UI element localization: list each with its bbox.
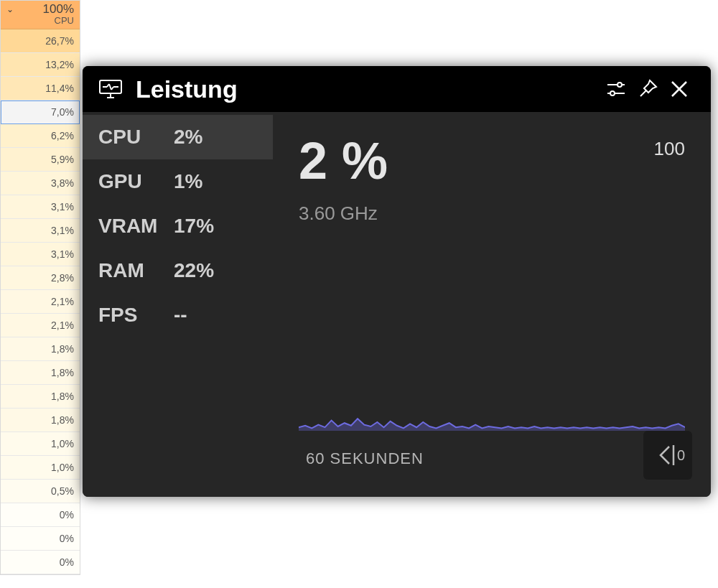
svg-point-11 bbox=[610, 91, 615, 95]
cpu-cell[interactable]: 1,0% bbox=[1, 432, 80, 456]
metric-value: 1% bbox=[174, 170, 202, 193]
x-axis-label: 60 SEKUNDEN bbox=[306, 449, 424, 468]
cpu-cell[interactable]: 1,8% bbox=[1, 409, 80, 432]
snap-right-button[interactable]: 0 bbox=[643, 431, 692, 480]
cpu-cell[interactable]: 13,2% bbox=[1, 53, 80, 77]
cpu-column-header[interactable]: ⌄ 100% CPU bbox=[1, 1, 80, 29]
cpu-cell[interactable]: 3,1% bbox=[1, 243, 80, 266]
cpu-cell[interactable]: 26,7% bbox=[1, 29, 80, 53]
monitor-icon bbox=[98, 78, 123, 100]
metric-name: FPS bbox=[98, 304, 174, 327]
settings-sliders-icon[interactable] bbox=[600, 73, 632, 105]
cpu-cell[interactable]: 3,1% bbox=[1, 219, 80, 243]
metric-value: -- bbox=[174, 304, 187, 327]
close-icon[interactable] bbox=[663, 73, 695, 105]
metric-sidebar: CPU2%GPU1%VRAM17%RAM22%FPS-- bbox=[83, 112, 273, 497]
cpu-cell[interactable]: 3,1% bbox=[1, 195, 80, 219]
cpu-frequency: 3.60 GHz bbox=[299, 202, 685, 225]
cpu-header-pct: 100% bbox=[43, 2, 74, 17]
overlay-main: 100 2 % 3.60 GHz 60 SEKUNDEN 0 bbox=[273, 112, 711, 497]
metric-name: RAM bbox=[98, 259, 174, 282]
cpu-cell[interactable]: 0% bbox=[1, 551, 80, 574]
cpu-cell[interactable]: 0% bbox=[1, 503, 80, 527]
y-max-label: 100 bbox=[654, 138, 685, 160]
cpu-cell[interactable]: 0,5% bbox=[1, 480, 80, 503]
cpu-cell[interactable]: 1,0% bbox=[1, 456, 80, 480]
svg-line-12 bbox=[640, 90, 646, 96]
snap-label: 0 bbox=[677, 447, 685, 464]
cpu-cell[interactable]: 2,1% bbox=[1, 314, 80, 337]
chevron-down-icon: ⌄ bbox=[6, 4, 14, 14]
cpu-cell[interactable]: 5,9% bbox=[1, 148, 80, 172]
cpu-cell[interactable]: 2,1% bbox=[1, 290, 80, 314]
metric-gpu[interactable]: GPU1% bbox=[83, 159, 273, 204]
svg-point-9 bbox=[617, 83, 622, 87]
svg-line-4 bbox=[111, 87, 113, 90]
overlay-title: Leistung bbox=[136, 75, 238, 103]
cpu-cell[interactable]: 0% bbox=[1, 527, 80, 551]
svg-line-3 bbox=[109, 84, 111, 90]
cpu-cell[interactable]: 1,8% bbox=[1, 361, 80, 385]
overlay-titlebar: Leistung bbox=[83, 66, 711, 112]
metric-value: 17% bbox=[174, 215, 214, 238]
cpu-cell[interactable]: 1,8% bbox=[1, 385, 80, 409]
cpu-cell[interactable]: 11,4% bbox=[1, 77, 80, 101]
cpu-cell[interactable]: 6,2% bbox=[1, 124, 80, 148]
cpu-cell[interactable]: 3,8% bbox=[1, 172, 80, 195]
metric-name: CPU bbox=[98, 126, 174, 149]
big-percentage: 2 % bbox=[299, 135, 685, 187]
metric-cpu[interactable]: CPU2% bbox=[83, 115, 273, 159]
metric-value: 2% bbox=[174, 126, 202, 149]
cpu-usage-column: ⌄ 100% CPU 26,7%13,2%11,4%7,0%6,2%5,9%3,… bbox=[0, 0, 80, 575]
metric-vram[interactable]: VRAM17% bbox=[83, 204, 273, 248]
cpu-cell[interactable]: 2,8% bbox=[1, 266, 80, 290]
metric-ram[interactable]: RAM22% bbox=[83, 248, 273, 293]
metric-fps[interactable]: FPS-- bbox=[83, 293, 273, 337]
performance-overlay: Leistung CPU2%GPU1%VRAM17%RAM22%FPS-- 10… bbox=[83, 66, 711, 497]
cpu-cell[interactable]: 1,8% bbox=[1, 337, 80, 361]
cpu-cell[interactable]: 7,0% bbox=[1, 101, 80, 124]
cpu-header-label: CPU bbox=[55, 15, 74, 26]
usage-chart bbox=[299, 345, 685, 431]
metric-name: VRAM bbox=[98, 215, 174, 238]
pin-icon[interactable] bbox=[632, 73, 663, 105]
metric-name: GPU bbox=[98, 170, 174, 193]
metric-value: 22% bbox=[174, 259, 214, 282]
